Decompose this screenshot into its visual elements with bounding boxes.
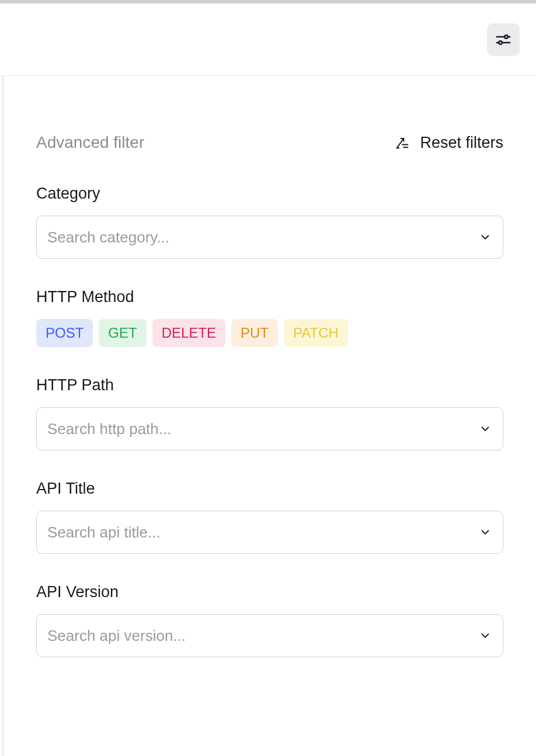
header-row: Advanced filter Reset filters	[36, 133, 503, 152]
reset-label: Reset filters	[420, 134, 503, 152]
category-input[interactable]	[36, 216, 503, 259]
api-version-input[interactable]	[36, 614, 503, 657]
category-label: Category	[36, 185, 503, 203]
reset-filters-button[interactable]: Reset filters	[394, 134, 503, 152]
sliders-icon	[495, 31, 512, 48]
page-title: Advanced filter	[36, 133, 144, 152]
method-chip-get[interactable]: GET	[99, 319, 146, 347]
api-version-select[interactable]	[36, 614, 503, 657]
method-chip-delete[interactable]: DELETE	[152, 319, 225, 347]
method-chip-post[interactable]: POST	[36, 319, 93, 347]
http-method-options: POST GET DELETE PUT PATCH	[36, 319, 503, 347]
http-path-field-group: HTTP Path	[36, 376, 503, 450]
http-path-select[interactable]	[36, 407, 503, 450]
http-method-field-group: HTTP Method POST GET DELETE PUT PATCH	[36, 288, 503, 347]
category-field-group: Category	[36, 185, 503, 259]
http-method-label: HTTP Method	[36, 288, 503, 306]
http-path-label: HTTP Path	[36, 376, 503, 394]
svg-point-1	[504, 35, 508, 39]
api-title-field-group: API Title	[36, 480, 503, 554]
method-chip-patch[interactable]: PATCH	[284, 319, 348, 347]
category-select[interactable]	[36, 216, 503, 259]
content: Advanced filter Reset filters Category H…	[2, 76, 536, 756]
api-version-label: API Version	[36, 583, 503, 601]
api-version-field-group: API Version	[36, 583, 503, 657]
api-title-select[interactable]	[36, 511, 503, 554]
http-path-input[interactable]	[36, 407, 503, 450]
settings-button[interactable]	[487, 23, 520, 56]
api-title-input[interactable]	[36, 511, 503, 554]
reset-icon	[394, 134, 410, 151]
api-title-label: API Title	[36, 480, 503, 498]
topbar	[0, 0, 536, 76]
svg-point-3	[499, 41, 502, 44]
method-chip-put[interactable]: PUT	[231, 319, 278, 347]
